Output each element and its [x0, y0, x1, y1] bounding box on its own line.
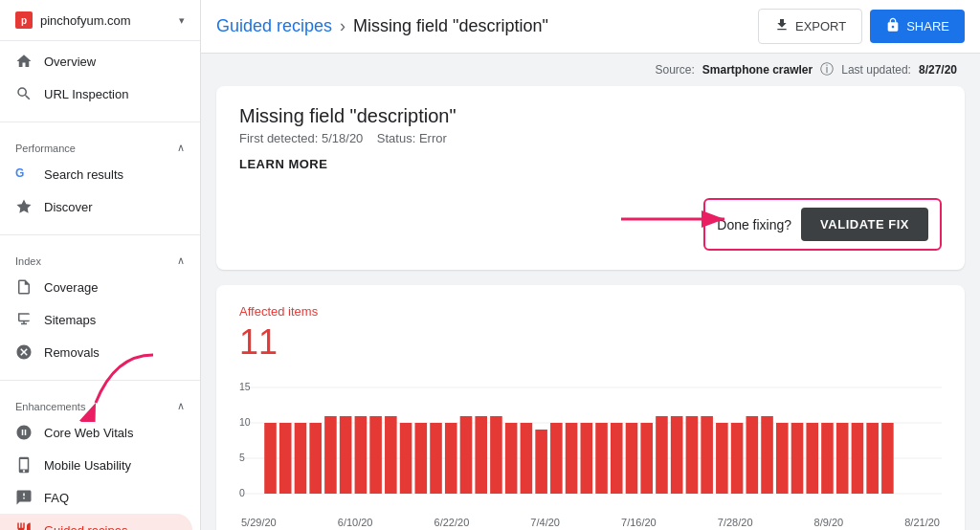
sidebar-item-faq[interactable]: FAQ	[0, 481, 192, 514]
svg-text:G: G	[15, 166, 24, 180]
sidebar-item-sitemaps[interactable]: Sitemaps	[0, 303, 192, 336]
export-button[interactable]: EXPORT	[758, 9, 862, 44]
breadcrumb: Guided recipes › Missing field "descript…	[216, 16, 750, 36]
sidebar-item-removals[interactable]: Removals	[0, 336, 192, 368]
chart-card: Affected items 11 15 10 5 0	[216, 285, 965, 530]
svg-rect-23	[445, 423, 457, 494]
enhancements-section-label: Enhancements ∧	[0, 392, 200, 416]
x-label-3: 6/22/20	[434, 517, 470, 528]
sidebar-item-overview[interactable]: Overview	[0, 45, 192, 77]
sitemap-icon	[15, 311, 33, 328]
validate-fix-button[interactable]: VALIDATE FIX	[801, 208, 928, 241]
error-meta: First detected: 5/18/20 Status: Error	[239, 131, 942, 145]
content-area: Source: Smartphone crawler ⓘ Last update…	[201, 54, 980, 530]
mobile-icon	[15, 456, 33, 474]
share-button[interactable]: SHARE	[870, 10, 965, 43]
svg-rect-47	[806, 423, 818, 494]
topbar-actions: EXPORT SHARE	[758, 9, 965, 44]
export-icon	[774, 17, 790, 35]
svg-rect-44	[761, 416, 773, 494]
svg-rect-28	[521, 423, 533, 494]
svg-text:15: 15	[239, 382, 251, 392]
x-label-8: 8/21/20	[904, 517, 940, 528]
source-prefix: Source:	[655, 63, 694, 77]
chevron-down-icon[interactable]: ▾	[179, 14, 185, 27]
svg-rect-42	[731, 423, 744, 494]
last-updated-value: 8/27/20	[919, 63, 957, 77]
validate-fix-section: Done fixing? VALIDATE FIX	[239, 187, 942, 251]
svg-rect-32	[581, 423, 593, 494]
sidebar-item-guided-recipes[interactable]: Guided recipes	[0, 514, 192, 530]
svg-rect-43	[746, 416, 759, 494]
sidebar: p pinchofyum.com ▾ Overview URL Inspecti…	[0, 0, 201, 530]
status-prefix: Status:	[377, 131, 415, 145]
svg-rect-25	[475, 416, 487, 494]
svg-text:0: 0	[239, 488, 245, 498]
sidebar-header[interactable]: p pinchofyum.com ▾	[0, 0, 200, 41]
search-icon	[15, 85, 33, 102]
validate-highlight-box: Done fixing? VALIDATE FIX	[703, 198, 942, 251]
collapse-index-icon[interactable]: ∧	[177, 254, 185, 267]
index-section-label: Index ∧	[0, 247, 200, 271]
bar-chart: 15 10 5 0	[239, 378, 942, 512]
svg-rect-19	[385, 416, 397, 494]
sidebar-section-enhancements: Enhancements ∧ Core Web Vitals Mobile Us…	[0, 388, 200, 530]
breadcrumb-link[interactable]: Guided recipes	[216, 16, 332, 36]
sidebar-item-discover[interactable]: Discover	[0, 190, 192, 223]
affected-label: Affected items	[239, 304, 942, 319]
topbar: Guided recipes › Missing field "descript…	[201, 0, 980, 54]
source-value: Smartphone crawler	[702, 63, 813, 77]
svg-text:5: 5	[239, 453, 245, 463]
sidebar-domain: pinchofyum.com	[40, 13, 131, 28]
svg-rect-35	[626, 423, 638, 494]
validate-row: Done fixing? VALIDATE FIX	[239, 187, 942, 251]
error-card: Missing field "description" First detect…	[216, 86, 965, 270]
first-detected: First detected: 5/18/20	[239, 131, 363, 145]
svg-rect-22	[430, 423, 442, 494]
collapse-performance-icon[interactable]: ∧	[177, 142, 185, 154]
breadcrumb-current: Missing field "description"	[353, 16, 548, 36]
svg-rect-14	[309, 423, 322, 494]
svg-rect-36	[640, 423, 653, 494]
svg-rect-27	[505, 423, 518, 494]
x-label-5: 7/16/20	[621, 517, 657, 528]
home-icon	[15, 53, 33, 70]
svg-rect-18	[369, 416, 382, 494]
source-bar: Source: Smartphone crawler ⓘ Last update…	[201, 54, 980, 86]
svg-rect-30	[550, 423, 563, 494]
svg-rect-26	[490, 416, 502, 494]
svg-rect-15	[324, 416, 337, 494]
sidebar-item-url-inspection[interactable]: URL Inspection	[0, 77, 192, 110]
info-icon: ⓘ	[820, 61, 834, 78]
star-icon	[15, 198, 33, 215]
svg-rect-34	[611, 423, 623, 494]
guided-recipes-icon	[15, 521, 33, 530]
svg-rect-52	[881, 423, 894, 494]
status-badge: Error	[419, 131, 447, 145]
svg-rect-37	[656, 416, 668, 494]
sidebar-section-main: Overview URL Inspection	[0, 41, 200, 114]
faq-icon	[15, 489, 33, 506]
collapse-enhancements-icon[interactable]: ∧	[177, 400, 185, 412]
svg-rect-16	[340, 416, 352, 494]
sidebar-item-mobile-usability[interactable]: Mobile Usability	[0, 449, 192, 481]
sidebar-item-coverage[interactable]: Coverage	[0, 271, 192, 303]
sidebar-item-search-results[interactable]: G Search results	[0, 158, 192, 190]
svg-rect-39	[686, 416, 699, 494]
gauge-icon	[15, 424, 33, 441]
breadcrumb-separator: ›	[340, 16, 345, 36]
x-label-4: 7/4/20	[530, 517, 560, 528]
sidebar-section-performance: Performance ∧ G Search results Discover	[0, 130, 200, 227]
svg-rect-31	[566, 423, 578, 494]
sidebar-item-core-web-vitals[interactable]: Core Web Vitals	[0, 416, 192, 449]
svg-rect-11	[264, 423, 277, 494]
svg-rect-51	[866, 423, 879, 494]
svg-rect-13	[295, 423, 307, 494]
lock-icon	[885, 17, 901, 35]
doc-icon	[15, 278, 33, 296]
svg-rect-12	[279, 423, 292, 494]
svg-rect-17	[355, 416, 368, 494]
svg-text:10: 10	[239, 417, 251, 428]
last-updated-prefix: Last updated:	[841, 63, 911, 77]
learn-more-link[interactable]: LEARN MORE	[239, 157, 942, 171]
